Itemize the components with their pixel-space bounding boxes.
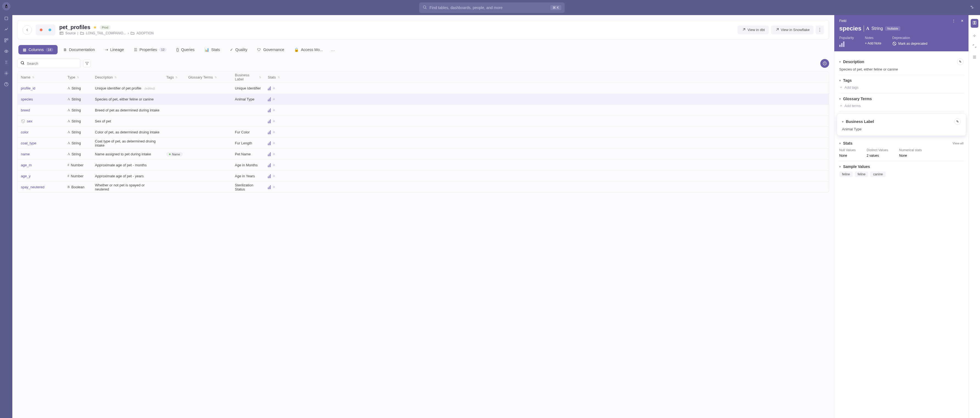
table-row[interactable]: profile_idA StringUnique identifier of p… xyxy=(18,83,829,94)
column-header[interactable]: Name⇅ xyxy=(18,75,64,79)
table-row[interactable]: spay_neuteredB BooleanWhether or not pet… xyxy=(18,182,829,192)
row-business-label: Pet Name xyxy=(232,152,264,156)
column-header[interactable]: Tags⇅ xyxy=(163,75,185,79)
sliders-icon[interactable] xyxy=(970,5,975,10)
column-search[interactable] xyxy=(17,59,80,68)
analytics-icon[interactable] xyxy=(3,26,10,32)
tab-governance[interactable]: 🛡Governance xyxy=(253,45,288,54)
column-search-input[interactable] xyxy=(27,61,77,65)
column-header[interactable]: Glossary Terms⇅ xyxy=(185,75,232,79)
add-terms-button[interactable]: ＋Add terms xyxy=(839,103,964,108)
row-stats[interactable]: ✧ xyxy=(264,163,284,167)
row-description: Species of pet, either feline or canine xyxy=(92,97,163,101)
row-business-label: Unique Identifier xyxy=(232,86,264,90)
tab-stats[interactable]: 📊Stats xyxy=(200,45,224,54)
row-stats[interactable]: ✧ xyxy=(264,174,284,178)
ai-icon: ✧ xyxy=(272,163,275,167)
page-title: pet_profiles xyxy=(59,24,90,30)
popularity-bars-icon xyxy=(839,41,845,47)
view-dbt-button[interactable]: View in dbt xyxy=(737,26,768,34)
eye-icon[interactable] xyxy=(3,48,10,54)
row-business-label: Animal Type xyxy=(232,97,264,101)
back-button[interactable] xyxy=(22,25,32,35)
close-icon[interactable]: ✕ xyxy=(961,19,964,23)
table-row[interactable]: age_m# NumberApproximate age of pet - mo… xyxy=(18,160,829,171)
column-header[interactable]: Business Label⇅ xyxy=(232,73,264,81)
row-stats[interactable]: ✧ xyxy=(264,185,284,189)
star-icon[interactable]: ★ xyxy=(93,25,97,30)
row-stats[interactable]: ✧ xyxy=(264,130,284,134)
more-button[interactable]: ⋮ xyxy=(816,26,824,34)
column-header[interactable]: Type⇅ xyxy=(64,75,92,79)
description-body: Species of pet, either feline or canine xyxy=(839,67,964,71)
tab-properties[interactable]: ☰Properties12 xyxy=(129,45,171,54)
chevron-down-icon[interactable]: ▾ xyxy=(839,165,841,169)
help-icon[interactable] xyxy=(3,81,10,87)
table-row[interactable]: speciesA StringSpecies of pet, either fe… xyxy=(18,94,829,105)
edit-description-button[interactable]: ✎ xyxy=(957,59,964,65)
app-logo[interactable] xyxy=(2,2,10,10)
chevron-down-icon[interactable]: ▾ xyxy=(839,79,841,82)
ai-wand-icon[interactable]: ✧ xyxy=(973,33,976,38)
book-icon[interactable] xyxy=(970,19,978,28)
row-stats[interactable]: ✧ xyxy=(264,97,284,101)
row-stats[interactable]: ✧ xyxy=(264,119,284,123)
row-stats[interactable]: ✧ xyxy=(264,108,284,112)
table-row[interactable]: coat_typeA StringCoat type of pet, as de… xyxy=(18,137,829,148)
row-stats[interactable]: ✧ xyxy=(264,86,284,90)
stats-view-all[interactable]: View all xyxy=(953,142,964,145)
tab-lineage[interactable]: ⇢Lineage xyxy=(100,45,129,54)
edit-business-label-button[interactable]: ✎ xyxy=(954,118,961,125)
chevron-down-icon[interactable]: ▾ xyxy=(839,97,841,101)
expand-icon[interactable] xyxy=(972,44,977,49)
tabs-overflow[interactable]: … xyxy=(328,47,337,52)
chevron-down-icon[interactable]: ▾ xyxy=(839,60,841,64)
column-header[interactable]: Description⇅ xyxy=(92,75,163,79)
add-note-button[interactable]: + Add Note xyxy=(865,41,881,45)
table-row[interactable]: nameA StringName assigned to pet during … xyxy=(18,148,829,160)
table-row[interactable]: sexA StringSex of pet✧ xyxy=(18,116,829,126)
description-title: Description xyxy=(843,59,864,64)
table-row[interactable]: age_y# NumberApproximate age of pet - ye… xyxy=(18,171,829,182)
add-tags-button[interactable]: ＋Add tags xyxy=(839,85,964,90)
table-row[interactable]: breedA StringBreed of pet as determined … xyxy=(18,105,829,116)
chevron-down-icon[interactable]: ▾ xyxy=(842,120,844,123)
svg-rect-1 xyxy=(5,39,6,40)
view-snowflake-button[interactable]: View in Snowflake xyxy=(771,26,813,34)
global-search[interactable]: ⌘ K xyxy=(419,2,565,13)
tab-queries[interactable]: {}Queries xyxy=(172,45,199,54)
tab-documentation[interactable]: 🗎Documentation xyxy=(59,45,99,54)
table-icon xyxy=(59,31,64,35)
row-name: breed xyxy=(18,108,64,112)
ai-icon: ✧ xyxy=(272,108,275,112)
search-input[interactable] xyxy=(430,5,548,10)
history-button[interactable] xyxy=(820,59,829,68)
folder-icon xyxy=(130,31,135,35)
chevron-down-icon[interactable]: ▾ xyxy=(839,142,841,145)
ai-icon: ✧ xyxy=(272,141,275,145)
ai-icon: ✧ xyxy=(272,130,275,134)
row-type: # Number xyxy=(64,163,92,167)
side-more-icon[interactable]: ⋮ xyxy=(952,19,955,23)
row-description: Name assigned to pet during intake xyxy=(92,152,163,156)
integrations-icon[interactable] xyxy=(3,59,10,65)
table-row[interactable]: colorA StringColor of pet, as determined… xyxy=(18,126,829,137)
tab-quality[interactable]: ✓Quality xyxy=(226,45,252,54)
gear-icon[interactable] xyxy=(3,70,10,76)
svg-point-5 xyxy=(6,73,7,74)
row-stats[interactable]: ✧ xyxy=(264,141,284,145)
dbt-icon: ✱ xyxy=(37,26,45,34)
tab-access-mo-[interactable]: 🔒Access Mo... xyxy=(290,45,327,54)
mark-deprecated-button[interactable]: Mark as deprecated xyxy=(892,41,928,46)
row-name: coat_type xyxy=(18,141,64,145)
column-header[interactable]: Stats⇅ xyxy=(264,75,284,79)
breadcrumb: Source | LONG_TAIL_COMPANIO... › ADOPTIO… xyxy=(59,31,154,35)
popularity-label: Popularity xyxy=(839,36,854,40)
home-icon[interactable] xyxy=(3,15,10,21)
list-icon[interactable] xyxy=(972,55,977,61)
row-stats[interactable]: ✧ xyxy=(264,152,284,156)
dashboards-icon[interactable] xyxy=(3,37,10,43)
tab-columns[interactable]: ▦Columns14 xyxy=(18,45,57,54)
row-name: color xyxy=(18,130,64,134)
filter-button[interactable] xyxy=(83,59,91,67)
